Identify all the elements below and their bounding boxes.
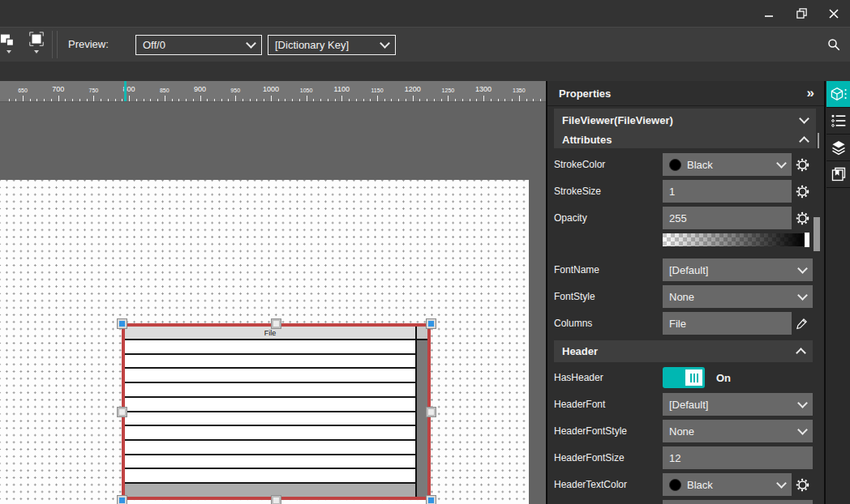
ruler-label: 1200 [405,85,421,93]
headerfont-dropdown[interactable]: [Default] [663,393,813,416]
outline-tab[interactable] [826,108,850,135]
fileviewer-widget[interactable]: File [122,323,431,500]
ruler-label: 1350 [513,88,526,93]
dictionary-key-dropdown[interactable]: [Dictionary Key] [268,35,396,55]
selection-handle-bottom-left[interactable] [118,496,127,504]
opacity-binding-button[interactable] [792,207,813,229]
header-rows: HasHeaderOnHeaderFont[Default]HeaderFont… [547,366,824,496]
strokesize-input[interactable]: 1 [663,180,792,203]
minimize-button[interactable] [753,0,785,27]
panel-scrollbar-thumb[interactable] [814,217,820,251]
selection-handle-top-mid[interactable] [272,319,281,328]
section-bar-header[interactable]: Header [554,340,813,362]
prop-label-headerfont: HeaderFont [554,399,663,410]
toolbar-lower-strip [0,62,850,81]
ruler-tick [44,99,45,101]
search-icon [826,37,841,52]
chevron-down-icon [380,38,390,49]
fileviewer-row[interactable] [125,426,415,441]
target-name: FileViewer(FileViewer) [562,114,801,126]
gear-icon [796,185,809,199]
images-tab[interactable] [826,161,850,188]
ruler-tick [271,96,272,101]
ruler-tick [533,99,534,101]
close-icon [828,8,839,19]
opacity-slider-handle[interactable] [805,233,809,247]
ruler-tick [278,99,279,101]
columns-edit-button[interactable] [792,312,813,335]
fileviewer-row[interactable] [125,455,415,470]
section-bar-attributes[interactable]: Attributes [554,131,816,148]
ruler-tick [186,99,187,101]
strokecolor-value: Black [687,159,778,171]
dictionary-key-value: [Dictionary Key] [275,39,381,51]
search-button[interactable] [822,34,845,55]
design-canvas[interactable]: File [0,180,529,504]
ruler-tick [434,99,435,101]
fileviewer-row[interactable] [125,355,415,369]
strokecolor-dropdown[interactable]: Black [663,153,792,176]
strokecolor-binding-button[interactable] [792,153,813,176]
prop-row-headerfontsize: HeaderFontSize12 [554,446,813,469]
fileviewer-row[interactable] [125,383,415,398]
selection-handle-mid-left[interactable] [118,408,127,416]
opacity-input[interactable]: 255 [663,207,792,229]
section-label: Attributes [562,134,612,146]
prop-row-opacity: Opacity255 [554,207,813,229]
selection-handle-top-right[interactable] [427,319,436,328]
ruler-tick [36,99,37,101]
toolbar-separator [52,31,58,58]
strokesize-binding-button[interactable] [792,180,813,203]
fontstyle-dropdown[interactable]: None [663,285,813,308]
ruler-tick [129,96,130,101]
collapse-panel-button[interactable]: » [807,85,813,101]
target-selector-dropdown[interactable]: FileViewer(FileViewer) [554,109,816,131]
headertextcolor-value: Black [687,479,778,491]
horizontal-ruler: 6507007508008509009501000105011001150120… [0,81,546,102]
properties-tab[interactable] [826,81,850,108]
headertextcolor-binding-button[interactable] [792,473,813,496]
selection-handle-top-left[interactable] [118,319,127,328]
selection-handle-bottom-mid[interactable] [272,496,281,504]
dropdown-caret-icon[interactable] [6,50,11,53]
widget-tool-button[interactable] [0,31,19,58]
selection-handle-mid-right[interactable] [427,408,436,416]
opacity-slider[interactable] [663,233,813,246]
headertextcolor-dropdown[interactable]: Black [663,473,792,496]
ruler-tick [157,99,158,101]
fileviewer-row[interactable] [125,369,415,383]
chevron-down-icon [776,158,787,169]
dropdown-caret-icon[interactable] [34,50,39,53]
select-tool-button[interactable] [26,31,47,58]
layers-tab[interactable] [826,135,850,161]
headerfontsize-input[interactable]: 12 [663,446,813,469]
fileviewer-row[interactable] [125,412,415,427]
ruler-tick [292,99,293,101]
book-icon [831,166,847,182]
restore-button[interactable] [785,0,818,27]
prop-row-strokesize: StrokeSize1 [554,180,813,203]
prop-label-fontname: FontName [554,264,663,275]
ruler-tick [72,99,73,101]
prop-row-headerfontstyle: HeaderFontStyleNone [554,420,813,442]
fontname-dropdown[interactable]: [Default] [663,258,813,281]
preview-dropdown[interactable]: Off/0 [135,35,262,55]
fileviewer-column-header: File [125,327,415,340]
fileviewer-row[interactable] [125,441,415,455]
fileviewer-row[interactable] [125,469,415,482]
prop-row-columns: ColumnsFile [554,312,813,335]
ruler-tick [349,99,350,101]
fileviewer-row[interactable] [125,340,415,355]
selection-handle-bottom-right[interactable] [427,496,436,504]
ruler-tick [30,99,31,101]
widget-tool-icon [0,31,18,49]
hasheader-toggle[interactable] [663,367,705,388]
close-button[interactable] [818,0,850,27]
panel-scroll-up-button[interactable] [818,133,819,147]
headerfont-value: [Default] [669,399,799,411]
headerfontstyle-dropdown[interactable]: None [663,420,813,442]
fileviewer-row[interactable] [125,398,415,412]
ruler-label: 700 [52,85,64,93]
preview-dropdown-value: Off/0 [143,39,247,51]
columns-input[interactable]: File [663,312,792,335]
